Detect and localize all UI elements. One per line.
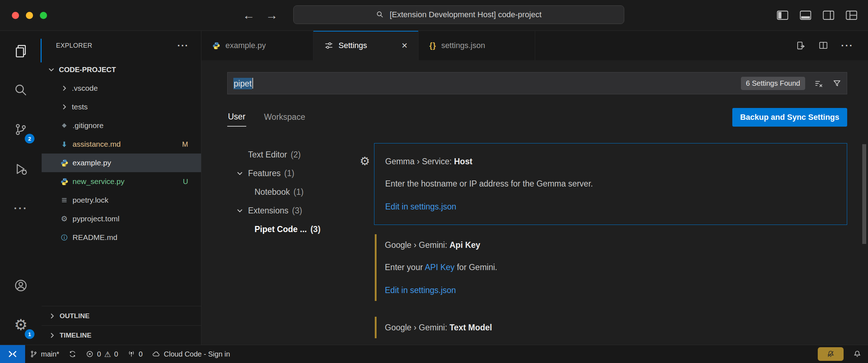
scope-tab-user[interactable]: User: [227, 108, 246, 127]
file-name: README.md: [73, 233, 117, 242]
toggle-panel-icon[interactable]: [800, 10, 811, 20]
editor-actions: ···: [796, 31, 868, 60]
explorer-title: EXPLORER: [56, 42, 92, 50]
tree-folder-tests[interactable]: tests: [42, 98, 201, 116]
ports-indicator[interactable]: 0: [123, 345, 147, 363]
git-status-badge-untracked: U: [183, 178, 201, 186]
branch-indicator[interactable]: main*: [25, 345, 64, 363]
titlebar: ← → [Extension Development Host] code-pr…: [0, 0, 868, 31]
file-name: example.py: [73, 159, 111, 167]
minimize-window-button[interactable]: [26, 12, 33, 19]
tab-settings-json[interactable]: {} settings.json: [419, 31, 535, 60]
toggle-primary-sidebar-icon[interactable]: [777, 10, 788, 20]
tree-folder-vscode[interactable]: .vscode: [42, 79, 201, 98]
activity-more-button[interactable]: ···: [0, 189, 42, 228]
api-key-link[interactable]: API Key: [425, 263, 454, 272]
tree-file-poetry-lock[interactable]: poetry.lock: [42, 191, 201, 209]
cloud-code-indicator[interactable]: Cloud Code - Sign in: [147, 345, 235, 363]
edit-in-settings-json-link[interactable]: Edit in settings.json: [385, 284, 456, 297]
toc-notebook[interactable]: Notebook (1): [227, 183, 373, 201]
backup-sync-settings-button[interactable]: Backup and Sync Settings: [732, 108, 847, 127]
git-status-badge-modified: M: [182, 140, 201, 148]
notifications-bell-icon[interactable]: [853, 350, 862, 358]
branch-name: main*: [41, 350, 59, 358]
setting-google-gemini-api-key[interactable]: Google › Gemini: Api Key Enter your API …: [374, 233, 847, 302]
setting-title: Gemma › Service: Host: [385, 155, 836, 168]
activity-manage-button[interactable]: ⚙ 1: [0, 305, 42, 345]
tree-file-pyproject-toml[interactable]: ⚙ pyproject.toml: [42, 209, 201, 228]
filter-funnel-icon[interactable]: [832, 79, 842, 88]
outline-section-label: OUTLINE: [60, 312, 89, 320]
search-icon: [376, 10, 384, 19]
remote-indicator[interactable]: [0, 345, 25, 363]
tab-label: settings.json: [441, 41, 485, 50]
file-name: poetry.lock: [73, 196, 108, 204]
activity-source-control-button[interactable]: 2: [0, 110, 42, 149]
main-area: 2 ··· ⚙: [0, 31, 868, 345]
tree-root-folder[interactable]: CODE-PROJECT: [42, 60, 201, 79]
customize-layout-icon[interactable]: [846, 10, 857, 20]
split-editor-icon[interactable]: [818, 41, 828, 51]
activity-search-button[interactable]: [0, 70, 42, 110]
tree-file-gitignore[interactable]: .gitignore: [42, 116, 201, 135]
settings-search-input[interactable]: pipet 6 Settings Found: [227, 72, 847, 94]
edit-in-settings-json-link[interactable]: Edit in settings.json: [385, 200, 456, 213]
toc-pipet-code[interactable]: Pipet Code ... (3): [227, 220, 373, 239]
back-arrow-icon[interactable]: ←: [241, 8, 256, 22]
file-name: pyproject.toml: [73, 214, 120, 223]
setting-google-gemini-text-model[interactable]: Google › Gemini: Text Model: [374, 315, 847, 340]
warnings-count: 0: [114, 350, 118, 358]
traffic-lights: [12, 0, 47, 30]
toggle-secondary-sidebar-icon[interactable]: [823, 10, 834, 20]
scrollbar-thumb[interactable]: [862, 144, 866, 244]
explorer-header: EXPLORER ···: [42, 31, 201, 60]
search-controls: 6 Settings Found: [741, 77, 842, 90]
editor-group: example.py Settings × {} settings.json: [201, 31, 868, 345]
outline-section-header[interactable]: OUTLINE: [42, 306, 201, 325]
cloud-code-label: Cloud Code - Sign in: [164, 350, 230, 358]
setting-edit-gear-icon[interactable]: ⚙: [360, 155, 370, 167]
tab-settings[interactable]: Settings ×: [313, 31, 419, 60]
tree-file-assistance-md[interactable]: assistance.md M: [42, 135, 201, 154]
setting-gemma-service-host[interactable]: Gemma › Service: Host Enter the hostname…: [374, 143, 847, 225]
folder-name: tests: [72, 103, 88, 111]
tab-example-py[interactable]: example.py: [201, 31, 313, 60]
command-center[interactable]: [Extension Development Host] code-projec…: [293, 5, 624, 24]
toc-text-editor[interactable]: Text Editor (2): [227, 145, 373, 164]
more-actions-icon[interactable]: ···: [841, 40, 854, 51]
tab-bar: example.py Settings × {} settings.json: [201, 31, 868, 60]
search-value: pipet: [233, 78, 253, 89]
explorer-more-actions-icon[interactable]: ···: [177, 40, 189, 51]
run-and-debug-icon: [14, 162, 28, 176]
clear-search-filters-icon[interactable]: [814, 79, 823, 88]
timeline-section-header[interactable]: TIMELINE: [42, 325, 201, 345]
tree-file-example-py[interactable]: example.py: [42, 154, 201, 172]
close-tab-icon[interactable]: ×: [402, 41, 407, 51]
warnings-icon: ⚠: [104, 350, 111, 358]
toc-features[interactable]: Features (1): [227, 164, 373, 183]
explorer-sidebar: EXPLORER ··· CODE-PROJECT .vscode: [42, 31, 201, 345]
toc-extensions[interactable]: Extensions (3): [227, 201, 373, 220]
sync-changes-indicator[interactable]: [64, 345, 81, 363]
text-caret: [252, 78, 253, 89]
open-settings-json-icon[interactable]: [796, 41, 806, 51]
forward-arrow-icon[interactable]: →: [264, 8, 279, 22]
tree-file-new-service-py[interactable]: new_service.py U: [42, 172, 201, 191]
activity-explorer-button[interactable]: [0, 31, 42, 70]
activity-accounts-button[interactable]: [0, 266, 42, 305]
timeline-section-label: TIMELINE: [60, 331, 92, 339]
zoom-window-button[interactable]: [40, 12, 47, 19]
activity-run-debug-button[interactable]: [0, 149, 42, 189]
setting-title: Google › Gemini: Api Key: [385, 239, 836, 251]
more-icon: ···: [14, 202, 28, 214]
activity-bar-spacer: [0, 228, 42, 266]
settings-scope-row: User Workspace Backup and Sync Settings: [227, 107, 847, 128]
close-window-button[interactable]: [12, 12, 19, 19]
tree-file-readme-md[interactable]: README.md: [42, 228, 201, 247]
statusbar-right: [818, 345, 868, 363]
scope-tab-workspace[interactable]: Workspace: [263, 109, 306, 126]
notifications-muted-pill[interactable]: [818, 347, 844, 361]
account-icon: [14, 278, 28, 293]
problems-indicator[interactable]: 0 ⚠ 0: [81, 345, 123, 363]
bell-slash-icon: [826, 350, 835, 358]
